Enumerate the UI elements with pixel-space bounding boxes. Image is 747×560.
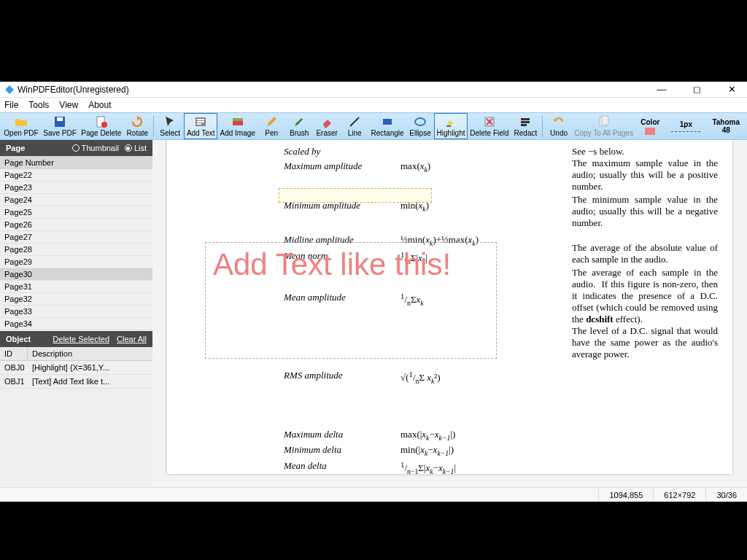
- thumbnail-radio[interactable]: Thumbnail: [72, 144, 119, 152]
- page-list-item[interactable]: Page24: [0, 194, 152, 206]
- page-list[interactable]: Page Number Page22Page23Page24Page25Page…: [0, 156, 152, 331]
- menu-file[interactable]: File: [4, 100, 18, 110]
- object-panel-header: Object Delete Selected Clear All: [0, 331, 152, 347]
- redact-button[interactable]: Redact: [511, 113, 540, 139]
- svg-rect-12: [383, 119, 392, 125]
- sidebar: Page Thumbnail List Page Number Page22Pa…: [0, 140, 152, 487]
- copy-pages-icon: [597, 115, 611, 128]
- ellipse-button[interactable]: Ellipse: [406, 113, 434, 139]
- doc-para: The level of a D.C. signal that would ha…: [572, 325, 718, 360]
- select-button[interactable]: Select: [156, 113, 184, 139]
- folder-open-icon: [15, 115, 28, 128]
- status-dims: 612×792: [653, 488, 705, 502]
- app-window: WinPDFEditor(Unregistered) — ◻ ✕ File To…: [0, 82, 747, 502]
- delete-field-button[interactable]: Delete Field: [468, 113, 511, 139]
- cursor-icon: [163, 115, 177, 128]
- page-delete-button[interactable]: Page Delete: [79, 113, 123, 139]
- highlight-button[interactable]: Highlight: [434, 113, 468, 139]
- svg-rect-22: [602, 116, 608, 125]
- page-list-item[interactable]: Page27: [0, 231, 152, 244]
- highlighter-icon: [444, 115, 457, 128]
- color-swatch: [645, 128, 655, 135]
- menu-view[interactable]: View: [59, 100, 78, 110]
- doc-label: Mean delta: [284, 460, 400, 474]
- object-list-row[interactable]: OBJ1[Text] Add Text like t...: [0, 375, 152, 389]
- doc-para: The average of each sample in the audio.…: [572, 267, 718, 325]
- page-list-header: Page Number: [0, 156, 152, 169]
- object-panel-title: Object: [6, 335, 31, 343]
- svg-rect-10: [233, 118, 243, 121]
- doc-label: Maximum delta: [284, 429, 400, 442]
- delete-selected-link[interactable]: Delete Selected: [53, 335, 109, 343]
- close-button[interactable]: ✕: [721, 84, 743, 95]
- doc-para: The minimum sample value in the audio; u…: [572, 194, 718, 229]
- obj-col-desc: Description: [28, 347, 152, 360]
- add-image-button[interactable]: Add Image: [217, 113, 258, 139]
- status-coords: 1094,855: [598, 488, 653, 502]
- color-prop[interactable]: Color: [635, 118, 665, 135]
- rotate-button[interactable]: Rotate: [123, 113, 151, 139]
- doc-label: Minimum delta: [284, 444, 400, 457]
- brush-icon: [293, 115, 306, 128]
- text-annotation[interactable]: Add Text like this!: [205, 242, 497, 359]
- size-prop[interactable]: 1px: [665, 120, 706, 133]
- page-list-item[interactable]: Page30: [0, 268, 152, 281]
- page-list-item[interactable]: Page31: [0, 281, 152, 293]
- canvas-area[interactable]: Scaled by Maximum amplitudemax(xk) Minim…: [152, 140, 747, 487]
- doc-value: max(|xk−xk−1|): [400, 429, 455, 442]
- svg-rect-7: [197, 121, 204, 122]
- pdf-page: Scaled by Maximum amplitudemax(xk) Minim…: [167, 140, 732, 474]
- toolbar-sep: [153, 115, 154, 137]
- undo-icon: [552, 115, 565, 128]
- page-list-item[interactable]: Page26: [0, 219, 152, 231]
- pen-button[interactable]: Pen: [258, 113, 285, 139]
- obj-col-id: ID: [0, 347, 28, 360]
- open-pdf-button[interactable]: Open PDF: [1, 113, 41, 139]
- page-list-item[interactable]: Page33: [0, 306, 152, 318]
- menu-about[interactable]: About: [88, 100, 111, 110]
- content-area: Page Thumbnail List Page Number Page22Pa…: [0, 140, 747, 487]
- page-list-item[interactable]: Page29: [0, 256, 152, 268]
- menu-tools[interactable]: Tools: [28, 100, 49, 110]
- doc-value: max(xk): [400, 160, 430, 174]
- list-radio[interactable]: List: [125, 144, 147, 152]
- doc-label: RMS amplitude: [284, 370, 400, 385]
- object-list-row[interactable]: OBJ0[Highlight] {X=361,Y...: [0, 361, 152, 375]
- add-text-button[interactable]: Add Text: [184, 113, 217, 139]
- svg-marker-0: [5, 85, 14, 94]
- svg-point-4: [101, 122, 107, 128]
- highlight-annotation[interactable]: [279, 188, 432, 203]
- line-icon: [348, 115, 361, 128]
- page-list-item[interactable]: Page28: [0, 244, 152, 256]
- copy-to-all-button[interactable]: Copy To All Pages: [573, 113, 635, 139]
- page-list-item[interactable]: Page34: [0, 318, 152, 330]
- clear-all-link[interactable]: Clear All: [117, 335, 147, 343]
- page-list-item[interactable]: Page32: [0, 293, 152, 306]
- image-icon: [231, 115, 244, 128]
- svg-rect-8: [197, 123, 201, 125]
- page-list-item[interactable]: Page22: [0, 169, 152, 182]
- rectangle-button[interactable]: Rectangle: [368, 113, 406, 139]
- object-list[interactable]: ID Description OBJ0[Highlight] {X=361,Y.…: [0, 347, 152, 487]
- brush-button[interactable]: Brush: [285, 113, 313, 139]
- pen-icon: [265, 115, 278, 128]
- page-delete-icon: [95, 115, 108, 128]
- doc-label: Maximum amplitude: [284, 160, 400, 174]
- maximize-button[interactable]: ◻: [686, 84, 708, 95]
- svg-line-11: [350, 117, 359, 126]
- page-list-item[interactable]: Page25: [0, 206, 152, 219]
- save-pdf-button[interactable]: Save PDF: [41, 113, 79, 139]
- undo-button[interactable]: Undo: [545, 113, 573, 139]
- page-list-item[interactable]: Page35: [0, 330, 152, 331]
- line-button[interactable]: Line: [341, 113, 368, 139]
- minimize-button[interactable]: —: [651, 84, 673, 95]
- font-prop[interactable]: Tahoma48: [706, 118, 746, 134]
- page-panel-title: Page: [6, 144, 25, 152]
- page-list-item[interactable]: Page23: [0, 182, 152, 194]
- letterbox-top: [0, 0, 747, 82]
- toolbar-sep: [542, 115, 543, 137]
- app-icon: [4, 85, 15, 95]
- eraser-button[interactable]: Eraser: [313, 113, 341, 139]
- field-delete-icon: [483, 115, 496, 128]
- statusbar: 1094,855 612×792 30/36: [0, 487, 747, 502]
